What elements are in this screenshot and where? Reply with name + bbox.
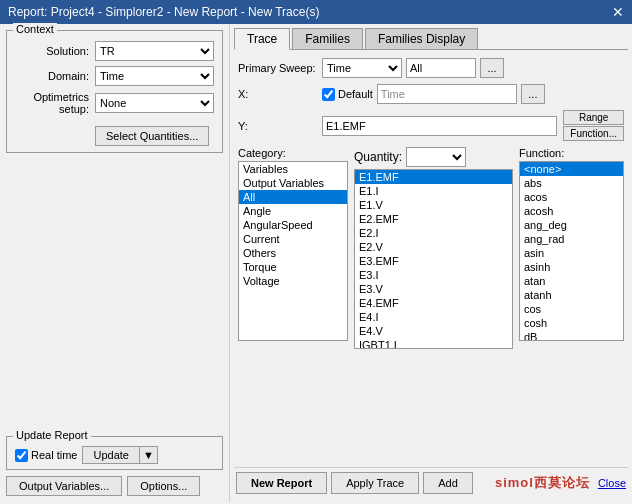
realtime-checkbox[interactable] [15, 449, 28, 462]
update-group-title: Update Report [13, 429, 91, 441]
quantity-header: Quantity: [354, 147, 513, 167]
realtime-check-label[interactable]: Real time [15, 449, 77, 462]
function-list-item[interactable]: asin [520, 246, 623, 260]
category-list-item[interactable]: All [239, 190, 347, 204]
x-ellipsis-button[interactable]: ... [521, 84, 545, 104]
select-quantities-button[interactable]: Select Quantities... [95, 126, 209, 146]
x-default-checkbox[interactable] [322, 88, 335, 101]
function-list-item[interactable]: abs [520, 176, 623, 190]
add-trace-button[interactable]: Add [423, 472, 473, 494]
function-list-item[interactable]: acos [520, 190, 623, 204]
quantity-type-select[interactable] [406, 147, 466, 167]
update-button[interactable]: Update [82, 446, 138, 464]
tab-bar: Trace Families Families Display [234, 28, 628, 50]
primary-sweep-select[interactable]: Time [322, 58, 402, 78]
quantity-column: Quantity: E1.EMFE1.IE1.VE2.EMFE2.IE2.VE3… [354, 147, 513, 461]
category-list-item[interactable]: Voltage [239, 274, 347, 288]
quantity-list-item[interactable]: IGBT1.I [355, 338, 512, 349]
optimetrics-row: Optimetrics setup: None [15, 91, 214, 115]
quantity-list-item[interactable]: E1.I [355, 184, 512, 198]
category-column: Category: VariablesOutput VariablesAllAn… [238, 147, 348, 461]
quantity-list-item[interactable]: E4.I [355, 310, 512, 324]
quantity-list-item[interactable]: E2.I [355, 226, 512, 240]
quantity-list-item[interactable]: E3.V [355, 282, 512, 296]
function-list-item[interactable]: asinh [520, 260, 623, 274]
optimetrics-select[interactable]: None [95, 93, 214, 113]
update-dropdown-arrow[interactable]: ▼ [139, 446, 158, 464]
category-list[interactable]: VariablesOutput VariablesAllAngleAngular… [238, 161, 348, 341]
category-list-item[interactable]: Variables [239, 162, 347, 176]
left-panel: Context Solution: TR Domain: Time Optime… [0, 24, 230, 502]
action-bar: New Report Apply Trace Add simol西莫论坛 Clo… [234, 467, 628, 498]
tab-families[interactable]: Families [292, 28, 363, 49]
y-input[interactable] [322, 116, 557, 136]
category-list-item[interactable]: Output Variables [239, 176, 347, 190]
quantity-list-item[interactable]: E3.EMF [355, 254, 512, 268]
optimetrics-label: Optimetrics setup: [15, 91, 95, 115]
function-list-item[interactable]: acosh [520, 204, 623, 218]
quantity-list-item[interactable]: E3.I [355, 268, 512, 282]
function-list-item[interactable]: <none> [520, 162, 623, 176]
close-icon[interactable]: ✕ [612, 4, 624, 20]
simol-logo: simol西莫论坛 [495, 474, 590, 492]
primary-sweep-label: Primary Sweep: [238, 62, 318, 74]
primary-sweep-row: Primary Sweep: Time ... [238, 58, 624, 78]
function-header: Function: [519, 147, 624, 159]
primary-sweep-all-input[interactable] [406, 58, 476, 78]
category-list-item[interactable]: AngularSpeed [239, 218, 347, 232]
quantity-list-item[interactable]: E2.EMF [355, 212, 512, 226]
category-list-item[interactable]: Torque [239, 260, 347, 274]
close-link[interactable]: Close [598, 477, 626, 489]
function-list-item[interactable]: dB [520, 330, 623, 341]
update-btn-group: Update ▼ [82, 446, 157, 464]
quantity-list-item[interactable]: E4.EMF [355, 296, 512, 310]
x-row: X: Default ... [238, 84, 624, 104]
quantity-list-item[interactable]: E4.V [355, 324, 512, 338]
quantity-list-item[interactable]: E2.V [355, 240, 512, 254]
category-list-item[interactable]: Angle [239, 204, 347, 218]
function-button[interactable]: Function... [563, 126, 624, 141]
function-list-item[interactable]: cosh [520, 316, 623, 330]
function-list-item[interactable]: atan [520, 274, 623, 288]
title-bar: Report: Project4 - Simplorer2 - New Repo… [0, 0, 632, 24]
function-list-item[interactable]: ang_deg [520, 218, 623, 232]
solution-row: Solution: TR [15, 41, 214, 61]
quantity-list[interactable]: E1.EMFE1.IE1.VE2.EMFE2.IE2.VE3.EMFE3.IE3… [354, 169, 513, 349]
x-default-label[interactable]: Default [322, 88, 373, 101]
quantity-list-item[interactable]: E1.V [355, 198, 512, 212]
window-title: Report: Project4 - Simplorer2 - New Repo… [8, 5, 319, 19]
context-group: Context Solution: TR Domain: Time Optime… [6, 30, 223, 153]
range-button[interactable]: Range [563, 110, 624, 125]
category-header: Category: [238, 147, 348, 159]
domain-row: Domain: Time [15, 66, 214, 86]
domain-select[interactable]: Time [95, 66, 214, 86]
function-list[interactable]: <none>absacosacoshang_degang_radasinasin… [519, 161, 624, 341]
tab-trace[interactable]: Trace [234, 28, 290, 50]
quantity-list-item[interactable]: E1.EMF [355, 170, 512, 184]
trace-tab-content: Primary Sweep: Time ... X: Default ... [234, 56, 628, 463]
new-report-button[interactable]: New Report [236, 472, 327, 494]
output-variables-button[interactable]: Output Variables... [6, 476, 122, 496]
update-report-group: Update Report Real time Update ▼ [6, 436, 223, 470]
y-row: Y: Range Function... [238, 110, 624, 141]
quantity-label: Quantity: [354, 150, 402, 164]
category-list-item[interactable]: Others [239, 246, 347, 260]
options-button[interactable]: Options... [127, 476, 200, 496]
primary-sweep-ellipsis-button[interactable]: ... [480, 58, 504, 78]
solution-label: Solution: [15, 45, 95, 57]
y-label: Y: [238, 120, 318, 132]
x-label: X: [238, 88, 318, 100]
domain-label: Domain: [15, 70, 95, 82]
category-list-item[interactable]: Current [239, 232, 347, 246]
function-list-item[interactable]: cos [520, 302, 623, 316]
left-bottom-bar: Output Variables... Options... [6, 476, 223, 496]
x-time-input[interactable] [377, 84, 517, 104]
function-list-item[interactable]: atanh [520, 288, 623, 302]
right-panel: Trace Families Families Display Primary … [230, 24, 632, 502]
function-list-item[interactable]: ang_rad [520, 232, 623, 246]
apply-trace-button[interactable]: Apply Trace [331, 472, 419, 494]
function-column: Function: <none>absacosacoshang_degang_r… [519, 147, 624, 461]
solution-select[interactable]: TR [95, 41, 214, 61]
context-group-title: Context [13, 23, 57, 35]
tab-families-display[interactable]: Families Display [365, 28, 478, 49]
